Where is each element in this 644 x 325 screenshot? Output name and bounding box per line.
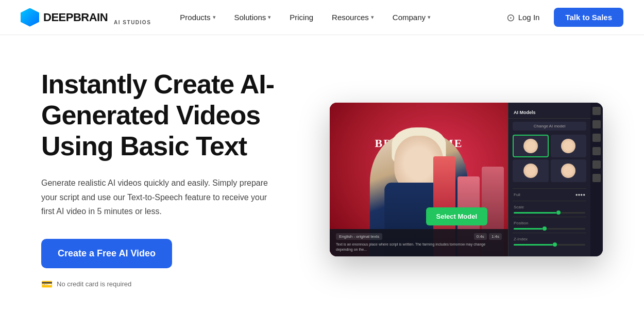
nav-links: Products ▾ Solutions ▾ Pricing Resources… [172, 9, 498, 26]
sidebar-icon-2[interactable] [592, 120, 601, 128]
language-tag: English - original texts [336, 233, 382, 240]
icon-sidebar [590, 103, 603, 256]
products-chevron-icon: ▾ [213, 14, 216, 21]
scale-slider-fill [514, 212, 556, 214]
zindex-slider-thumb [553, 242, 557, 247]
resources-chevron-icon: ▾ [371, 14, 374, 21]
sidebar-icon-1[interactable] [592, 107, 601, 115]
model-face-2 [561, 139, 575, 153]
video-bottom-bar: English - original texts 0:4s 1:4s Text … [330, 229, 508, 256]
position-slider-fill [514, 228, 543, 230]
zindex-slider-fill [514, 244, 553, 246]
position-slider-thumb [543, 226, 547, 231]
sidebar-icon-6[interactable] [592, 174, 601, 182]
hero-left: Instantly Create AI-Generated Videos Usi… [41, 69, 299, 290]
position-slider[interactable] [509, 227, 590, 231]
logo-icon [21, 8, 39, 27]
sidebar-row-position: Position [509, 219, 590, 227]
hero-subtext: Generate realistic AI videos quickly and… [41, 176, 278, 218]
script-text: Text is an enonnous place where script i… [336, 242, 502, 252]
nav-solutions[interactable]: Solutions ▾ [226, 9, 280, 26]
navbar: DEEPBRAIN AI STUDIOS Products ▾ Solution… [0, 0, 644, 35]
sidebar-divider-1 [513, 188, 586, 189]
zindex-slider-track [514, 244, 585, 246]
scale-slider[interactable] [509, 211, 590, 215]
product-screenshot: BRAND NAME Lorem ipsum dolor sit a met [330, 103, 603, 256]
sidebar-row-zindex: Z-Index [509, 235, 590, 243]
sidebar-icon-5[interactable] [592, 160, 601, 169]
user-icon: ⊙ [506, 11, 515, 24]
talk-to-sales-button[interactable]: Talk to Sales [554, 8, 623, 27]
scale-slider-thumb [556, 210, 561, 215]
video-preview-area: BRAND NAME Lorem ipsum dolor sit a met [330, 103, 508, 256]
credit-card-icon: 💳 [41, 279, 53, 290]
bottom-bar-row: English - original texts 0:4s 1:4s [336, 233, 502, 240]
login-button[interactable]: ⊙ Log In [498, 7, 548, 28]
position-slider-track [514, 228, 585, 230]
solutions-chevron-icon: ▾ [268, 14, 271, 21]
time-tags: 0:4s 1:4s [474, 233, 502, 240]
nav-resources[interactable]: Resources ▾ [324, 9, 382, 26]
model-face-1 [523, 139, 538, 153]
sidebar-icon-4[interactable] [592, 147, 601, 155]
nav-products[interactable]: Products ▾ [172, 9, 224, 26]
select-model-overlay[interactable]: Select Model [426, 207, 487, 225]
sidebar-divider-4 [513, 233, 586, 233]
model-face-4 [561, 164, 575, 178]
hero-section: Instantly Create AI-Generated Videos Usi… [0, 35, 644, 324]
change-model-button[interactable]: Change AI model [513, 122, 586, 131]
no-credit-card-note: 💳 No credit card is required [41, 279, 299, 290]
model-thumb-1[interactable] [513, 135, 549, 157]
sidebar-divider-3 [513, 217, 586, 217]
company-chevron-icon: ▾ [428, 14, 431, 21]
hero-heading: Instantly Create AI-Generated Videos Usi… [41, 69, 299, 161]
nav-pricing[interactable]: Pricing [281, 9, 321, 26]
model-grid [509, 135, 590, 186]
logo-sub: AI STUDIOS [114, 20, 151, 25]
sidebar-icon-3[interactable] [592, 134, 601, 142]
sidebar-row-scale: Scale [509, 203, 590, 211]
sidebar-row-full: Full ●●●● [509, 191, 590, 199]
sidebar-divider-2 [513, 201, 586, 201]
model-thumb-4[interactable] [551, 159, 587, 182]
ai-models-header: AI Models [509, 107, 590, 119]
hero-right: BRAND NAME Lorem ipsum dolor sit a met [330, 103, 603, 256]
nav-company[interactable]: Company ▾ [384, 9, 439, 26]
time-tag-1: 0:4s [474, 233, 487, 240]
model-face-3 [523, 164, 538, 178]
zindex-slider[interactable] [509, 243, 590, 247]
create-video-button[interactable]: Create a Free AI Video [41, 239, 172, 268]
scale-slider-track [514, 212, 585, 214]
logo[interactable]: DEEPBRAIN AI STUDIOS [21, 8, 151, 27]
model-thumb-3[interactable] [513, 159, 549, 182]
model-thumb-2[interactable] [551, 135, 587, 157]
ai-models-panel: AI Models Change AI model [508, 103, 590, 256]
time-tag-2: 1:4s [489, 233, 502, 240]
nav-right: ⊙ Log In Talk to Sales [498, 7, 623, 28]
logo-text-deep: DEEPBRAIN [43, 11, 108, 24]
